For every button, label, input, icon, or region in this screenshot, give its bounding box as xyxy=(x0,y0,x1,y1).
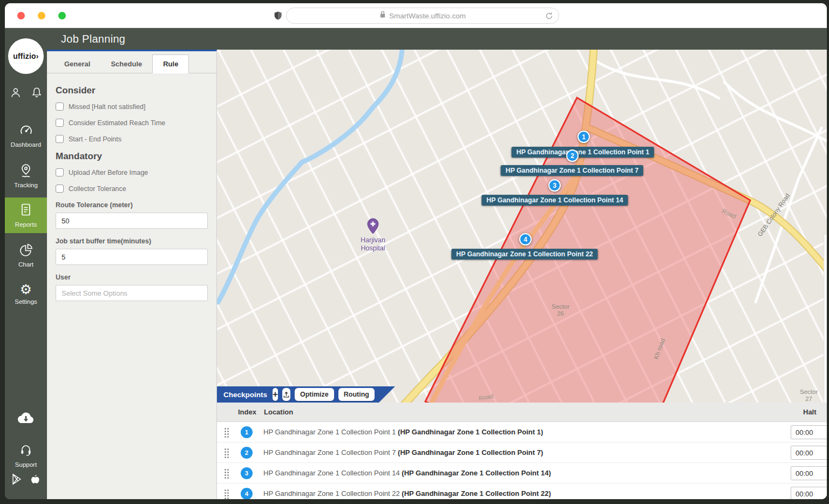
address-bar[interactable]: SmartWaste.uffizio.com xyxy=(286,8,559,24)
sector-26-label: Sector26 xyxy=(552,303,569,317)
store-badges xyxy=(5,473,47,489)
browser-window: SmartWaste.uffizio.com uffizio Dashboard xyxy=(5,3,827,499)
map-pin-icon xyxy=(19,171,33,180)
maximize-window-button[interactable] xyxy=(58,12,66,19)
checkbox-row-reach-time: Consider Estimated Reach Time xyxy=(56,119,208,127)
sidebar-item-dashboard[interactable]: Dashboard xyxy=(5,123,47,148)
row-index-badge: 3 xyxy=(241,467,253,479)
optimize-button[interactable]: Optimize xyxy=(295,388,334,401)
sector-27-label: Sector27 xyxy=(800,389,818,403)
column-halt: Halt xyxy=(803,408,817,416)
buffer-time-label: Job start buffer time(minutes) xyxy=(56,237,208,245)
rule-panel: General Schedule Rule Consider Missed [H… xyxy=(47,50,217,499)
tab-general[interactable]: General xyxy=(54,55,100,73)
table-row: 2 HP Gandhinagar Zone 1 Collection Point… xyxy=(217,442,827,463)
checkpoint-label-2[interactable]: HP Gandhinagar Zone 1 Collection Point 7 xyxy=(501,165,643,176)
tab-bar: General Schedule Rule xyxy=(47,51,216,73)
drag-handle-icon[interactable] xyxy=(225,428,230,439)
drag-handle-icon[interactable] xyxy=(225,489,230,499)
apple-icon[interactable] xyxy=(28,473,41,489)
add-checkpoint-button[interactable]: + xyxy=(273,388,278,401)
gear-icon: ⚙ xyxy=(5,283,47,297)
minimize-window-button[interactable] xyxy=(38,12,45,19)
start-end-points-checkbox[interactable] xyxy=(56,135,64,143)
hospital-pin-icon xyxy=(366,218,379,236)
checkpoints-title: Checkpoints xyxy=(223,391,267,399)
estimated-reach-time-checkbox[interactable] xyxy=(56,119,64,127)
document-icon xyxy=(19,210,33,219)
buffer-time-input[interactable] xyxy=(56,249,208,265)
sidebar-item-chart[interactable]: Chart xyxy=(5,243,47,268)
table-row: 4 HP Gandhinagar Zone 1 Collection Point… xyxy=(217,483,827,499)
checkpoints-table: Index Location Halt 1 HP Gandhinagar Zon… xyxy=(217,403,827,499)
checkpoint-label-1[interactable]: HP Gandhinagar Zone 1 Collection Point 1 xyxy=(512,147,654,158)
pie-chart-icon xyxy=(19,250,33,259)
hospital-label: HarjivanHospital xyxy=(361,236,385,253)
tab-schedule[interactable]: Schedule xyxy=(100,55,152,73)
tab-rule[interactable]: Rule xyxy=(152,55,189,73)
main-area: Sector26 Sector27 Kh road GEB Colony Roa… xyxy=(217,50,827,499)
checkpoint-label-4[interactable]: HP Gandhinagar Zone 1 Collection Point 2… xyxy=(451,249,597,260)
row-index-badge: 2 xyxy=(241,447,253,459)
url-text: SmartWaste.uffizio.com xyxy=(389,12,466,20)
missed-checkbox[interactable] xyxy=(56,103,64,111)
uffizio-logo[interactable]: uffizio xyxy=(8,38,44,74)
map-streets xyxy=(217,50,827,403)
checkbox-row-missed: Missed [Halt not satisfied] xyxy=(56,103,208,111)
halt-input[interactable] xyxy=(791,425,827,439)
upload-icon xyxy=(282,391,290,399)
checkpoint-label-3[interactable]: HP Gandhinagar Zone 1 Collection Point 1… xyxy=(481,195,628,206)
upload-button[interactable] xyxy=(282,388,290,401)
map-marker-2[interactable]: 2 xyxy=(566,149,579,162)
map-marker-1[interactable]: 1 xyxy=(577,131,590,143)
checkbox-row-upload-image: Upload After Before Image xyxy=(56,168,208,176)
sidebar-item-support[interactable]: Support xyxy=(5,442,47,468)
table-row: 1 HP Gandhinagar Zone 1 Collection Point… xyxy=(217,422,827,442)
browser-chrome: SmartWaste.uffizio.com xyxy=(5,3,827,28)
drag-handle-icon[interactable] xyxy=(225,448,230,459)
checkpoints-toolbar: Checkpoints + Optimize Routing xyxy=(217,386,395,403)
halt-input[interactable] xyxy=(791,487,827,499)
user-select-input[interactable] xyxy=(56,285,208,301)
column-index: Index xyxy=(238,408,256,416)
upload-after-before-checkbox[interactable] xyxy=(56,168,64,176)
row-index-badge: 1 xyxy=(241,426,253,438)
route-tolerance-input[interactable] xyxy=(56,213,208,229)
map-scrollbar[interactable] xyxy=(824,235,827,403)
row-index-badge: 4 xyxy=(241,488,253,499)
close-window-button[interactable] xyxy=(17,12,25,19)
collector-tolerance-checkbox[interactable] xyxy=(56,185,64,193)
consider-heading: Consider xyxy=(56,85,208,96)
table-header: Index Location Halt xyxy=(217,403,827,422)
routing-button[interactable]: Routing xyxy=(338,388,375,401)
bell-icon[interactable] xyxy=(30,86,43,101)
mandatory-heading: Mandatory xyxy=(56,151,208,162)
lock-icon xyxy=(379,11,386,21)
cloud-download-icon xyxy=(17,418,35,427)
reload-icon[interactable] xyxy=(545,12,553,20)
google-play-icon[interactable] xyxy=(11,473,23,489)
map[interactable]: Sector26 Sector27 Kh road GEB Colony Roa… xyxy=(217,50,827,403)
user-label: User xyxy=(56,274,208,281)
halt-input[interactable] xyxy=(791,446,827,460)
sidebar-item-settings[interactable]: ⚙ Settings xyxy=(5,283,47,305)
headset-icon xyxy=(18,450,33,459)
sidebar: uffizio Dashboard Tracking Reports xyxy=(5,28,47,499)
checkbox-row-start-end: Start - End Points xyxy=(56,135,208,143)
map-marker-4[interactable]: 4 xyxy=(519,233,532,246)
gauge-icon xyxy=(19,130,33,139)
halt-input[interactable] xyxy=(791,466,827,480)
drag-handle-icon[interactable] xyxy=(225,469,230,480)
page-title: Job Planning xyxy=(61,33,125,45)
table-row: 3 HP Gandhinagar Zone 1 Collection Point… xyxy=(217,463,827,483)
column-location: Location xyxy=(264,408,293,416)
user-icon[interactable] xyxy=(9,86,22,101)
map-marker-3[interactable]: 3 xyxy=(548,179,561,192)
sidebar-item-tracking[interactable]: Tracking xyxy=(5,163,47,188)
page-header: Job Planning xyxy=(47,28,827,50)
sidebar-item-reports[interactable]: Reports xyxy=(5,197,47,233)
checkbox-row-collector-tolerance: Collector Tolerance xyxy=(56,185,208,193)
cloud-download-button[interactable] xyxy=(5,410,47,427)
route-tolerance-label: Route Tolerance (meter) xyxy=(56,201,208,209)
shield-icon[interactable] xyxy=(273,11,283,21)
